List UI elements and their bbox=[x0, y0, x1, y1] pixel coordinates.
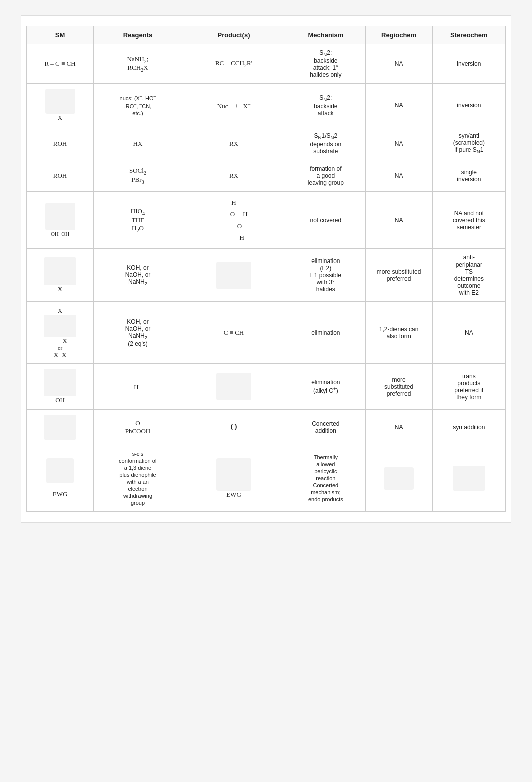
reagents-text: H+ bbox=[134, 383, 141, 391]
sm-ewg: EWG bbox=[53, 490, 68, 498]
reagents-text: KOH, orNaOH, orNaNH2(2 eq's) bbox=[125, 318, 151, 347]
sm-image bbox=[44, 315, 76, 337]
product-cell: RX bbox=[182, 127, 286, 160]
mechanism-cell: SN1/SN2depends onsubstrate bbox=[286, 127, 365, 160]
regiochem-cell: moresubstitutedpreferred bbox=[365, 364, 432, 410]
regiochem-text: NA bbox=[395, 60, 403, 67]
regiochem-cell: NA bbox=[365, 44, 432, 84]
sm-cell: X bbox=[27, 249, 94, 302]
regiochem-image bbox=[384, 467, 414, 490]
reagents-text: nucs: (X–, HO–,RO–, –CN,etc.) bbox=[120, 95, 156, 116]
stereochem-image bbox=[453, 466, 485, 491]
product-formula: O bbox=[230, 422, 237, 432]
product-cell: H + O H O H bbox=[182, 191, 286, 249]
stereochem-cell: anti-periplanarTSdeterminesoutcomewith E… bbox=[432, 249, 505, 302]
mechanism-cell: elimination bbox=[286, 302, 365, 364]
sm-label2: XorX X bbox=[53, 338, 67, 358]
sm-image bbox=[45, 89, 75, 114]
sm-cell: ROH bbox=[27, 127, 94, 160]
reagents-cell: KOH, orNaOH, orNaNH2 bbox=[94, 249, 182, 302]
table-row: + EWG s-cisconformation ofa 1,3 dieneplu… bbox=[27, 445, 506, 512]
stereochem-cell: transproductspreferred ifthey form bbox=[432, 364, 505, 410]
regiochem-cell: 1,2-dienes canalso form bbox=[365, 302, 432, 364]
product-cell: RX bbox=[182, 160, 286, 191]
sm-structure: + EWG bbox=[31, 458, 89, 498]
page-container: SM Reagents Product(s) Mechanism Regioch… bbox=[21, 15, 511, 523]
mechanism-text: SN2;backsideattack; 1°halides only bbox=[310, 49, 341, 78]
mechanism-text: SN2;backsideattack bbox=[314, 94, 337, 116]
stereochem-cell: singleinversion bbox=[432, 160, 505, 191]
stereochem-text: syn addition bbox=[453, 424, 485, 431]
regiochem-text: moresubstitutedpreferred bbox=[384, 376, 413, 397]
mechanism-cell: elimination(alkyl C+) bbox=[286, 364, 365, 410]
col-header-products: Product(s) bbox=[182, 26, 286, 44]
regiochem-cell: NA bbox=[365, 160, 432, 191]
sm-structure: X bbox=[31, 257, 89, 293]
reagents-text: HIO4THFH2O bbox=[131, 207, 145, 232]
product-cell: Nuc + X– bbox=[182, 84, 286, 127]
regiochem-cell: NA bbox=[365, 191, 432, 249]
sm-cell: + EWG bbox=[27, 445, 94, 512]
sm-image bbox=[44, 415, 76, 440]
mechanism-cell: Concertedaddition bbox=[286, 410, 365, 445]
mechanism-cell: formation ofa goodleaving group bbox=[286, 160, 365, 191]
reaction-table: SM Reagents Product(s) Mechanism Regioch… bbox=[26, 26, 506, 512]
product-cell: C ≡ CH bbox=[182, 302, 286, 364]
mechanism-text: Concertedaddition bbox=[312, 420, 339, 434]
stereochem-text: syn/anti(scrambled)if pure SN1 bbox=[453, 132, 485, 153]
product-cell: O bbox=[182, 410, 286, 445]
product-cell: RC ≡ CCH2R' bbox=[182, 44, 286, 84]
table-row: X nucs: (X–, HO–,RO–, –CN,etc.) Nuc + X– bbox=[27, 84, 506, 127]
col-header-reagents: Reagents bbox=[94, 26, 182, 44]
sm-image bbox=[44, 257, 76, 285]
sm-structure: OH OH bbox=[31, 203, 89, 237]
product-image bbox=[216, 373, 251, 400]
table-row: OPhCOOH O Concertedaddition NA syn addit… bbox=[27, 410, 506, 445]
sm-cell: X bbox=[27, 84, 94, 127]
sm-formula: R – C ≡ CH bbox=[44, 60, 75, 67]
col-header-stereochem: Stereochem bbox=[432, 26, 505, 44]
reagents-text: SOCl2PBr3 bbox=[129, 167, 146, 183]
product-formula: RX bbox=[229, 140, 238, 147]
reagents-text: HX bbox=[133, 140, 143, 147]
product-cell bbox=[182, 364, 286, 410]
reagents-cell: HX bbox=[94, 127, 182, 160]
mechanism-cell: SN2;backsideattack; 1°halides only bbox=[286, 44, 365, 84]
regiochem-cell: NA bbox=[365, 84, 432, 127]
reagents-cell: HIO4THFH2O bbox=[94, 191, 182, 249]
reagents-cell: OPhCOOH bbox=[94, 410, 182, 445]
sm-structure: X bbox=[31, 89, 89, 122]
regiochem-cell: NA bbox=[365, 127, 432, 160]
regiochem-text: 1,2-dienes canalso form bbox=[379, 326, 419, 340]
table-row: R – C ≡ CH NaNH2;RCH2X RC ≡ CCH2R' SN2;b… bbox=[27, 44, 506, 84]
product-image bbox=[216, 262, 251, 289]
mechanism-cell: elimination(E2)E1 possiblewith 3°halides bbox=[286, 249, 365, 302]
stereochem-text: singleinversion bbox=[457, 169, 481, 183]
reagents-cell: NaNH2;RCH2X bbox=[94, 44, 182, 84]
mechanism-text: SN1/SN2depends onsubstrate bbox=[310, 132, 341, 154]
mechanism-text: elimination bbox=[311, 329, 340, 336]
sm-image bbox=[46, 458, 74, 483]
stereochem-cell: NA bbox=[432, 302, 505, 364]
sm-cell: ROH bbox=[27, 160, 94, 191]
product-structure: EWG bbox=[186, 458, 282, 499]
mechanism-text: formation ofa goodleaving group bbox=[308, 165, 344, 186]
stereochem-text: anti-periplanarTSdeterminesoutcomewith E… bbox=[454, 254, 484, 296]
sm-plus: + bbox=[58, 484, 61, 490]
sm-image bbox=[44, 369, 76, 396]
regiochem-cell: more substituted preferred bbox=[365, 249, 432, 302]
col-header-mechanism: Mechanism bbox=[286, 26, 365, 44]
reagents-cell: nucs: (X–, HO–,RO–, –CN,etc.) bbox=[94, 84, 182, 127]
product-cell bbox=[182, 249, 286, 302]
product-h2: H bbox=[223, 234, 244, 241]
product-structure: H + O H O H bbox=[186, 197, 282, 244]
product-cell: EWG bbox=[182, 445, 286, 512]
regiochem-text: more substituted preferred bbox=[377, 268, 421, 282]
reagents-cell: H+ bbox=[94, 364, 182, 410]
sm-label: X bbox=[58, 285, 62, 293]
product-plus: + O H bbox=[220, 210, 247, 218]
reagents-text: KOH, orNaOH, orNaNH2 bbox=[125, 264, 151, 285]
sm-label: OH bbox=[55, 396, 65, 404]
reagents-cell: SOCl2PBr3 bbox=[94, 160, 182, 191]
table-row: ROH SOCl2PBr3 RX formation ofa goodleavi… bbox=[27, 160, 506, 191]
